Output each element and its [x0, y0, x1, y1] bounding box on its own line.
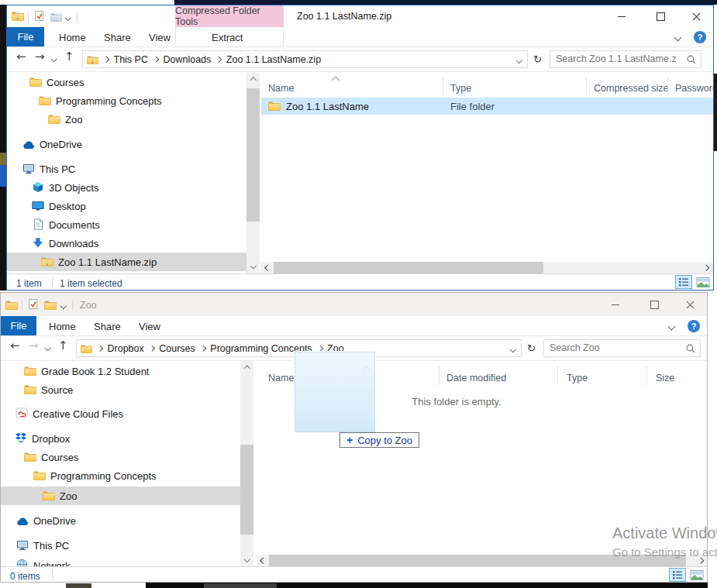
sidebar-item-zoo-selected[interactable]: Zoo — [1, 487, 240, 505]
sidebar-item-downloads[interactable]: Downloads — [7, 234, 246, 253]
drag-ghost-item — [294, 351, 376, 433]
sidebar-item-3d-objects[interactable]: 3D Objects — [7, 178, 246, 197]
refresh-icon[interactable] — [533, 53, 542, 65]
up-icon[interactable] — [58, 340, 68, 352]
sidebar-item-onedrive[interactable]: OneDrive — [7, 135, 246, 153]
properties-quick-access-icon[interactable] — [33, 10, 45, 22]
tab-view[interactable]: View — [149, 32, 171, 43]
sidebar-item-creative-cloud-files[interactable]: Creative Cloud Files — [1, 404, 240, 423]
thumbnail-view-button[interactable] — [688, 568, 705, 582]
tab-view[interactable]: View — [139, 321, 160, 332]
column-header-password[interactable]: Password — [675, 83, 714, 94]
recent-locations-icon[interactable] — [51, 56, 57, 62]
sidebar-item-onedrive[interactable]: OneDrive — [1, 511, 240, 530]
column-divider[interactable] — [439, 366, 440, 385]
close-button[interactable] — [680, 5, 712, 27]
breadcrumb-downloads[interactable]: Downloads — [163, 54, 211, 65]
sidebar-item-courses[interactable]: Courses — [1, 448, 240, 466]
properties-quick-access-icon[interactable] — [27, 298, 39, 310]
back-icon[interactable] — [16, 51, 26, 63]
address-dropdown-icon[interactable] — [515, 57, 522, 64]
new-folder-quick-access-icon[interactable] — [44, 300, 57, 310]
minimize-button[interactable] — [605, 5, 638, 27]
details-view-button[interactable] — [675, 275, 692, 289]
divider — [22, 301, 22, 311]
taskbar-item[interactable] — [66, 583, 91, 588]
close-button[interactable] — [674, 294, 706, 315]
file-row-selected[interactable]: Zoo 1.1 LastName File folder — [261, 98, 713, 115]
new-folder-quick-access-icon[interactable] — [50, 12, 62, 22]
sidebar-item-documents[interactable]: Documents — [7, 215, 246, 234]
thumbnail-view-icon — [696, 277, 710, 288]
back-icon[interactable] — [10, 340, 20, 352]
taskbar-item[interactable] — [204, 583, 277, 588]
minimize-ribbon-icon[interactable] — [674, 34, 682, 42]
sidebar-item-source[interactable]: Source — [1, 380, 240, 399]
sidebar-item-desktop[interactable]: Desktop — [7, 197, 246, 215]
drag-tooltip-label: Copy to Zoo — [357, 435, 412, 445]
column-header-compressed-size[interactable]: Compressed size — [594, 83, 669, 94]
tab-home[interactable]: Home — [49, 321, 76, 332]
sidebar-item-dropbox[interactable]: Dropbox — [1, 429, 240, 448]
refresh-icon[interactable] — [527, 342, 536, 354]
sidebar-item-this-pc[interactable]: This PC — [7, 160, 246, 178]
sidebar-item-grade-book[interactable]: Grade Book 1.2 Student — [1, 362, 240, 380]
up-icon[interactable] — [64, 51, 74, 63]
search-box[interactable] — [543, 339, 701, 357]
sidebar-item-this-pc[interactable]: This PC — [1, 536, 240, 555]
sidebar-scrollbar-thumb[interactable] — [246, 88, 260, 222]
sidebar-item-zoo[interactable]: Zoo — [7, 110, 246, 129]
column-header-date-modified[interactable]: Date modified — [446, 373, 506, 383]
tab-share[interactable]: Share — [94, 321, 121, 332]
minimize-button[interactable] — [599, 294, 632, 315]
breadcrumb-this-pc[interactable]: This PC — [114, 54, 148, 65]
tab-home[interactable]: Home — [59, 32, 86, 43]
column-header-name[interactable]: Name — [268, 373, 294, 383]
column-header-size[interactable]: Size — [656, 373, 674, 383]
minimize-ribbon-icon[interactable] — [668, 323, 676, 331]
breadcrumb-courses[interactable]: Courses — [159, 343, 195, 354]
column-divider[interactable] — [443, 77, 443, 95]
sidebar-item-programming-concepts[interactable]: Programming Concepts — [1, 466, 240, 485]
column-header-type[interactable]: Type — [567, 373, 588, 383]
column-header-type[interactable]: Type — [450, 83, 471, 94]
folder-icon — [39, 95, 51, 105]
column-header-name[interactable]: Name — [268, 83, 294, 94]
column-divider[interactable] — [586, 77, 587, 95]
sidebar-item-label: Grade Book 1.2 Student — [41, 366, 149, 377]
maximize-button[interactable] — [638, 294, 670, 315]
help-icon[interactable] — [688, 320, 700, 332]
tab-share[interactable]: Share — [104, 32, 131, 43]
search-box[interactable] — [550, 50, 701, 68]
breadcrumb-zip[interactable]: Zoo 1.1 LastName.zip — [226, 54, 321, 65]
address-dropdown-icon[interactable] — [509, 346, 515, 352]
search-input[interactable] — [554, 53, 677, 65]
recent-locations-icon[interactable] — [45, 345, 51, 351]
sidebar-item-courses[interactable]: Courses — [7, 73, 246, 91]
maximize-button[interactable] — [644, 5, 677, 27]
forward-icon[interactable] — [29, 340, 39, 352]
details-view-button[interactable] — [669, 568, 686, 582]
tab-file[interactable]: File — [1, 316, 36, 335]
status-bar — [1, 566, 707, 583]
quick-access-dropdown-icon[interactable] — [65, 15, 71, 21]
search-input[interactable] — [548, 342, 676, 354]
column-divider[interactable] — [667, 77, 668, 95]
dropbox-icon — [15, 432, 27, 443]
help-icon[interactable] — [694, 31, 706, 43]
thumbnail-view-button[interactable] — [695, 275, 712, 289]
tab-file[interactable]: File — [7, 27, 44, 46]
forward-icon[interactable] — [35, 51, 45, 63]
sidebar-item-zip-selected[interactable]: Zoo 1.1 LastName.zip — [7, 253, 246, 271]
sidebar-item-programming-concepts[interactable]: Programming Concepts — [7, 91, 246, 110]
sidebar-scrollbar-thumb[interactable] — [240, 445, 253, 535]
column-divider[interactable] — [557, 366, 558, 385]
activate-windows-watermark: Activate Windows — [612, 524, 717, 542]
tab-extract[interactable]: Extract — [212, 32, 243, 43]
breadcrumb-dropbox[interactable]: Dropbox — [108, 343, 144, 354]
horizontal-scrollbar-thumb[interactable] — [274, 262, 543, 273]
minimize-icon — [612, 304, 619, 305]
address-bar[interactable]: This PC Downloads Zoo 1.1 LastName.zip — [82, 50, 528, 68]
column-divider[interactable] — [646, 366, 647, 385]
contextual-tab-compressed-folder-tools[interactable]: Compressed Folder Tools — [175, 5, 284, 27]
